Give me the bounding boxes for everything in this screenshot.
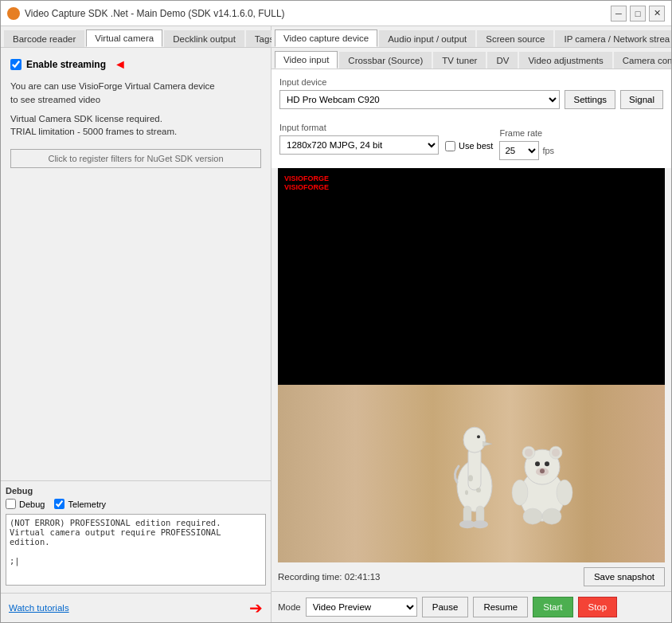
- fps-label: fps: [542, 146, 554, 155]
- tab-audio-input-output[interactable]: Audio input / output: [379, 30, 475, 47]
- debug-label: Debug: [19, 500, 45, 509]
- settings-button[interactable]: Settings: [565, 90, 615, 109]
- telemetry-checkbox[interactable]: [54, 499, 64, 509]
- tab-video-capture-device[interactable]: Video capture device: [275, 29, 377, 47]
- figurines-svg: [419, 346, 594, 562]
- license-line1: Virtual Camera SDK license required.: [10, 114, 261, 123]
- tab-crossbar[interactable]: Crossbar (Source): [339, 52, 432, 69]
- debug-checkboxes-row: Debug Telemetry: [6, 499, 266, 509]
- mode-select[interactable]: Video Preview Video Capture Audio Captur…: [306, 598, 417, 617]
- enable-streaming-label: Enable streaming: [26, 59, 106, 70]
- input-device-row: HD Pro Webcam C920 Settings Signal: [279, 90, 663, 109]
- enable-streaming-checkbox[interactable]: [10, 59, 21, 70]
- video-preview: VISIOFORGE VISIOFORGE: [278, 168, 665, 562]
- tab-dv[interactable]: DV: [487, 52, 518, 69]
- close-button[interactable]: ✕: [649, 6, 665, 22]
- recording-row: Recording time: 02:41:13 Save snapshot: [272, 562, 671, 591]
- device-settings-panel: Input device HD Pro Webcam C920 Settings…: [272, 69, 671, 168]
- license-line2: TRIAL limitation - 5000 frames to stream…: [10, 127, 261, 136]
- resume-button[interactable]: Resume: [473, 597, 528, 617]
- framerate-row: 25 fps: [499, 141, 554, 160]
- tab-screen-source[interactable]: Screen source: [477, 30, 553, 47]
- use-best-col: Use best: [445, 127, 493, 151]
- main-content: Barcode reader Virtual camera Decklink o…: [1, 26, 671, 622]
- pause-button[interactable]: Pause: [422, 597, 469, 617]
- tab-camera-control[interactable]: Camera control: [614, 52, 671, 69]
- overlay-line1: VISIOFORGE: [284, 174, 329, 183]
- overlay-line2: VISIOFORGE: [284, 183, 329, 192]
- register-filters-button[interactable]: Click to register filters for NuGet SDK …: [10, 149, 261, 168]
- start-button[interactable]: Start: [533, 597, 572, 617]
- format-row: Input format 1280x720 MJPG, 24 bit Use b…: [279, 117, 663, 160]
- info-line2: to see streamed video: [10, 95, 100, 104]
- info-line1: You are can use VisioForge Virtual Camer…: [10, 81, 215, 91]
- mode-label: Mode: [278, 602, 301, 612]
- tab-video-adjustments[interactable]: Video adjustments: [519, 52, 611, 69]
- svg-point-6: [465, 490, 468, 495]
- debug-section-label: Debug: [6, 486, 266, 496]
- signal-button[interactable]: Signal: [620, 90, 663, 109]
- tab-video-input[interactable]: Video input: [275, 51, 338, 69]
- tab-barcode-reader[interactable]: Barcode reader: [4, 30, 84, 47]
- use-best-row: Use best: [445, 141, 493, 151]
- window-title: Video Capture SDK .Net - Main Demo (SDK …: [25, 8, 611, 19]
- svg-point-2: [463, 427, 486, 453]
- window-controls: ─ □ ✕: [611, 6, 665, 22]
- bottom-arrow-indicator: ➔: [249, 598, 263, 617]
- watch-tutorials-link[interactable]: Watch tutorials: [9, 603, 69, 613]
- input-device-label: Input device: [279, 77, 663, 87]
- left-figurine: [455, 427, 492, 528]
- debug-panel: Debug Debug Telemetry (NOT ERROR) PROFES…: [1, 480, 271, 593]
- stop-button[interactable]: Stop: [578, 597, 618, 617]
- virtual-camera-panel: Enable streaming ◄ You are can use Visio…: [1, 48, 271, 480]
- use-best-checkbox[interactable]: [445, 141, 455, 151]
- recording-time-label: Recording time: 02:41:13: [278, 572, 381, 582]
- svg-point-16: [552, 449, 560, 456]
- left-panel: Barcode reader Virtual camera Decklink o…: [1, 26, 272, 622]
- svg-point-24: [542, 508, 561, 524]
- tab-virtual-camera[interactable]: Virtual camera: [86, 29, 162, 47]
- svg-point-21: [512, 480, 528, 505]
- main-window: Video Capture SDK .Net - Main Demo (SDK …: [0, 0, 672, 623]
- framerate-label: Frame rate: [499, 128, 554, 138]
- enable-streaming-row: Enable streaming ◄: [10, 57, 261, 72]
- tab-ip-camera[interactable]: IP camera / Network strea: [555, 30, 671, 47]
- telemetry-label: Telemetry: [68, 500, 106, 509]
- recording-value: 02:41:13: [345, 572, 381, 582]
- framerate-select[interactable]: 25: [499, 141, 539, 160]
- app-icon: [7, 7, 20, 20]
- recording-label: Recording time:: [278, 572, 342, 582]
- right-tabs-row: Video capture device Audio input / outpu…: [272, 26, 671, 48]
- tab-decklink-output[interactable]: Decklink output: [164, 30, 244, 47]
- video-overlay: VISIOFORGE VISIOFORGE: [284, 174, 329, 192]
- maximize-button[interactable]: □: [630, 6, 646, 22]
- svg-point-23: [523, 508, 542, 524]
- bottom-bar: Watch tutorials ➔: [1, 593, 271, 622]
- debug-checkbox-row: Debug: [6, 499, 45, 509]
- save-snapshot-button[interactable]: Save snapshot: [584, 567, 665, 586]
- right-panel: Video capture device Audio input / outpu…: [272, 26, 671, 622]
- svg-point-15: [525, 449, 533, 456]
- debug-log-textarea[interactable]: (NOT ERROR) PROFESSIONAL edition require…: [6, 514, 266, 586]
- svg-point-22: [557, 480, 572, 505]
- svg-point-18: [545, 461, 549, 466]
- minimize-button[interactable]: ─: [611, 6, 627, 22]
- svg-point-3: [477, 435, 480, 438]
- use-best-label: Use best: [459, 141, 493, 151]
- tab-tv-tuner[interactable]: TV tuner: [433, 52, 486, 69]
- controls-row: Mode Video Preview Video Capture Audio C…: [272, 591, 671, 622]
- input-device-select[interactable]: HD Pro Webcam C920: [279, 90, 560, 109]
- enable-streaming-arrow: ◄: [114, 57, 127, 72]
- svg-point-10: [472, 520, 488, 528]
- debug-checkbox[interactable]: [6, 499, 16, 509]
- svg-point-4: [468, 475, 473, 481]
- virtual-camera-info: You are can use VisioForge Virtual Camer…: [10, 80, 261, 108]
- input-format-select[interactable]: 1280x720 MJPG, 24 bit: [279, 135, 439, 155]
- framerate-col: Frame rate 25 fps: [499, 117, 554, 160]
- svg-point-17: [535, 461, 540, 466]
- svg-point-5: [476, 488, 481, 492]
- right-figurine: [512, 446, 572, 524]
- sub-tabs-row: Video input Crossbar (Source) TV tuner D…: [272, 48, 671, 69]
- input-format-col: Input format 1280x720 MJPG, 24 bit: [279, 123, 439, 155]
- svg-point-20: [540, 468, 545, 473]
